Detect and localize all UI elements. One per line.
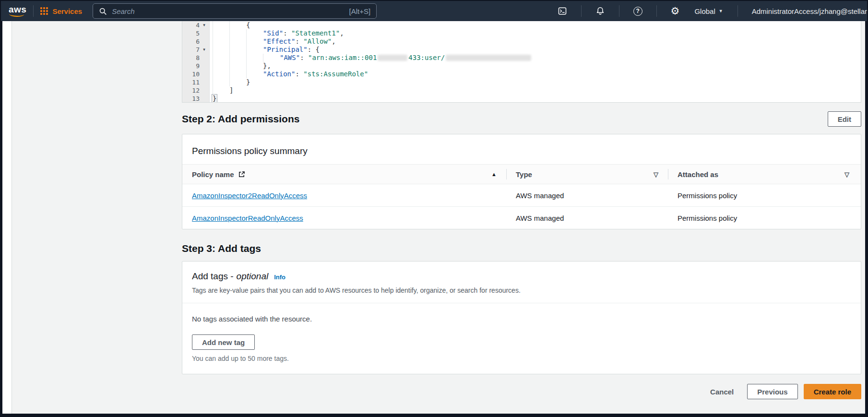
code-line[interactable]: 7▾"Principal": {: [182, 46, 861, 54]
cell-attached-as: Permissions policy: [668, 214, 861, 222]
code-line[interactable]: 5"Sid": "Statement1",: [182, 29, 861, 37]
create-role-button[interactable]: Create role: [804, 384, 861, 399]
code-line[interactable]: 11}: [182, 78, 861, 86]
policy-table-body: AmazonInspector2ReadOnlyAccessAWS manage…: [182, 184, 861, 229]
collapsed-side-panel[interactable]: [2, 21, 12, 414]
notifications-button[interactable]: [588, 1, 612, 21]
add-tags-card: Add tags - optional Info Tags are key-va…: [182, 261, 861, 374]
column-header-policy-name[interactable]: Policy name ▲: [182, 165, 506, 184]
line-number-gutter[interactable]: 7▾: [182, 46, 210, 54]
code-lines: 4▾{5"Sid": "Statement1",6"Effect": "Allo…: [182, 21, 861, 103]
code-token: "Principal": [263, 46, 308, 53]
code-token: }: [246, 78, 250, 86]
previous-button[interactable]: Previous: [747, 384, 797, 399]
services-grid-icon: [40, 7, 48, 15]
help-button[interactable]: ?: [626, 1, 650, 21]
search-placeholder: Search: [112, 7, 135, 15]
line-number: 7: [182, 46, 200, 54]
sort-ascending-icon[interactable]: ▲: [491, 171, 497, 177]
code-token: :: [300, 54, 308, 61]
settings-gear-icon: ⚙: [671, 6, 680, 16]
code-line-text: "Action": "sts:AssumeRole": [210, 70, 368, 78]
code-indent: [213, 86, 229, 95]
search-input[interactable]: Search [Alt+S]: [93, 3, 377, 19]
policy-name-link[interactable]: AmazonInspectorReadOnlyAccess: [192, 214, 303, 222]
search-shortcut-hint: [Alt+S]: [349, 7, 371, 15]
code-token: "Sid": [263, 29, 283, 37]
code-token: "Effect": [263, 37, 295, 45]
cell-attached-as: Permissions policy: [668, 191, 861, 200]
nav-divider: [619, 5, 619, 17]
services-menu-button[interactable]: Services: [40, 7, 82, 15]
policy-table-header: Policy name ▲ Type ▽ Attached as ▽: [182, 164, 861, 184]
redacted-value: [446, 55, 531, 61]
cloudshell-button[interactable]: [550, 1, 574, 21]
code-indent: [213, 29, 263, 37]
line-number-gutter[interactable]: 9: [182, 62, 210, 70]
code-line[interactable]: 6"Effect": "Allow",: [182, 37, 861, 46]
fold-arrow-icon[interactable]: ▾: [200, 21, 209, 29]
redacted-value: [378, 55, 407, 61]
line-number: 5: [182, 29, 200, 37]
line-number-gutter[interactable]: 12: [182, 86, 210, 95]
main-content-area: 4▾{5"Sid": "Statement1",6"Effect": "Allo…: [12, 21, 865, 414]
nav-divider: [33, 5, 34, 17]
line-number-gutter[interactable]: 6: [182, 37, 210, 46]
account-menu[interactable]: AdministratorAccess/jzhang@stellar: [752, 7, 867, 15]
code-token: 433:user/: [408, 54, 445, 61]
trust-policy-json-editor[interactable]: 4▾{5"Sid": "Statement1",6"Effect": "Allo…: [182, 21, 861, 103]
code-line-text: }: [210, 95, 217, 103]
code-token: "Statement1": [291, 29, 340, 37]
code-line[interactable]: 12]: [182, 86, 861, 95]
code-line[interactable]: 13}: [182, 95, 861, 103]
chevron-down-icon: ▼: [719, 9, 723, 13]
column-header-type[interactable]: Type ▽: [506, 165, 668, 184]
filter-icon[interactable]: ▽: [654, 171, 658, 178]
aws-logo[interactable]: aws: [9, 4, 26, 18]
line-number-gutter[interactable]: 5: [182, 29, 210, 37]
help-icon: ?: [633, 7, 642, 16]
code-indent: [213, 37, 263, 46]
line-number-gutter[interactable]: 4▾: [182, 21, 210, 29]
column-header-attached-as[interactable]: Attached as ▽: [668, 165, 861, 184]
filter-icon[interactable]: ▽: [844, 171, 849, 178]
code-token: "AWS": [280, 54, 300, 61]
policy-name-link[interactable]: AmazonInspector2ReadOnlyAccess: [192, 191, 307, 200]
line-number-gutter[interactable]: 11: [182, 78, 210, 86]
region-label: Global: [694, 7, 715, 15]
line-number-gutter[interactable]: 8: [182, 54, 210, 62]
code-line[interactable]: 4▾{: [182, 21, 861, 29]
region-dropdown[interactable]: Global ▼: [687, 7, 730, 15]
code-line-text: ]: [210, 86, 233, 95]
code-token: :: [295, 37, 303, 45]
code-line[interactable]: 10"Action": "sts:AssumeRole": [182, 70, 861, 78]
code-line-text: "Sid": "Statement1",: [210, 29, 344, 37]
code-line[interactable]: 9},: [182, 62, 861, 70]
code-line[interactable]: 8"AWS": "arn:aws:iam::001433:user/: [182, 54, 861, 62]
add-new-tag-button[interactable]: Add new tag: [192, 334, 255, 350]
add-tags-title: Add tags - optional Info: [192, 271, 851, 282]
info-link[interactable]: Info: [274, 274, 285, 281]
line-number-gutter[interactable]: 10: [182, 70, 210, 78]
policy-name-header-label: Policy name: [192, 170, 234, 179]
code-token: {: [246, 21, 250, 29]
code-token: },: [263, 62, 271, 70]
external-link-icon: [238, 171, 245, 178]
cloudshell-terminal-icon: [558, 6, 567, 16]
fold-arrow-icon[interactable]: ▾: [200, 46, 209, 54]
settings-button[interactable]: ⚙: [664, 1, 687, 21]
code-token: ]: [229, 86, 233, 94]
code-token: ,: [340, 29, 344, 37]
permissions-card-title: Permissions policy summary: [182, 134, 861, 164]
code-token: }: [212, 94, 217, 103]
cancel-button[interactable]: Cancel: [710, 388, 734, 396]
line-number-gutter[interactable]: 13: [182, 95, 210, 103]
code-indent: [213, 62, 263, 70]
cell-policy-name: AmazonInspectorReadOnlyAccess: [182, 214, 506, 222]
edit-permissions-button[interactable]: Edit: [828, 111, 861, 127]
line-number: 11: [182, 78, 200, 86]
cell-type: AWS managed: [506, 214, 668, 222]
table-row: AmazonInspector2ReadOnlyAccessAWS manage…: [182, 184, 861, 206]
code-token: "Allow": [303, 37, 332, 45]
code-token: "sts:AssumeRole": [303, 70, 368, 78]
